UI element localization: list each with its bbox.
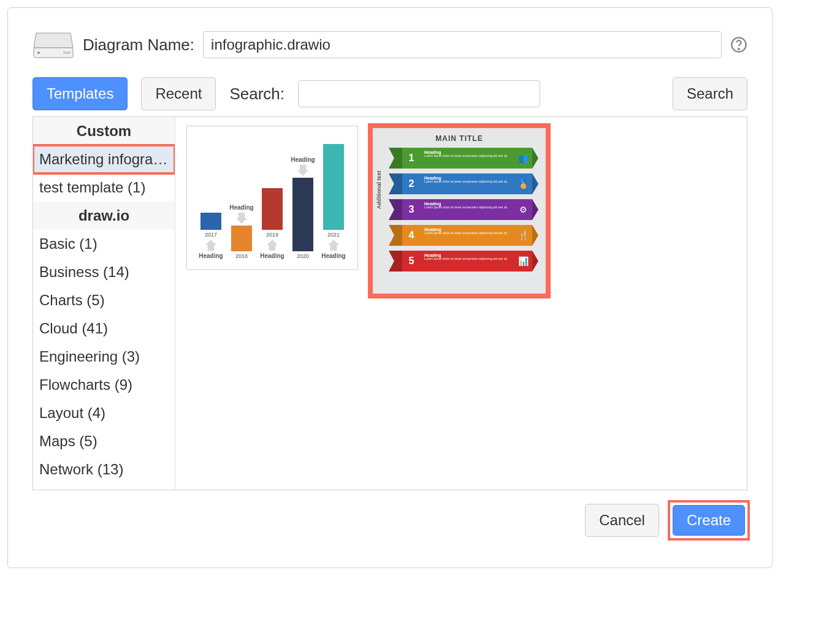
help-icon[interactable] (730, 36, 747, 53)
category-network[interactable]: Network (13) (33, 455, 175, 484)
search-label: Search: (229, 85, 284, 104)
svg-point-4 (738, 48, 739, 50)
tab-templates[interactable]: Templates (32, 77, 128, 110)
create-button[interactable]: Create (673, 505, 745, 536)
template-preview-area: 2017HeadingHeading20182019HeadingHeading… (175, 117, 747, 490)
svg-rect-2 (63, 51, 71, 54)
category-flowcharts[interactable]: Flowcharts (9) (33, 371, 175, 399)
svg-point-1 (37, 51, 40, 54)
category-header-custom: Custom (33, 117, 175, 145)
cancel-button[interactable]: Cancel (585, 504, 659, 537)
footer-row: Cancel Create (32, 503, 747, 538)
create-button-highlight: Create (670, 503, 747, 538)
template-thumbnail-banners[interactable]: MAIN TITLE Additional text 1HeadingLorem… (370, 126, 548, 296)
category-cloud[interactable]: Cloud (41) (33, 314, 175, 343)
category-test-template[interactable]: test template (1) (33, 173, 175, 202)
category-business[interactable]: Business (14) (33, 258, 175, 286)
new-diagram-dialog: Diagram Name: Templates Recent Search: S… (7, 7, 773, 568)
main-panel: Custom Marketing infographics test templ… (32, 116, 747, 490)
category-marketing-info[interactable]: Marketing infographics (33, 145, 175, 173)
category-layout[interactable]: Layout (4) (33, 399, 175, 427)
header-row: Diagram Name: (32, 29, 747, 60)
category-engineering[interactable]: Engineering (3) (33, 343, 175, 371)
template-thumbnail-chart[interactable]: 2017HeadingHeading20182019HeadingHeading… (186, 126, 358, 270)
category-maps[interactable]: Maps (5) (33, 427, 175, 455)
category-charts[interactable]: Charts (5) (33, 286, 175, 314)
search-input[interactable] (298, 80, 540, 107)
category-basic[interactable]: Basic (1) (33, 230, 175, 258)
banners-side-text: Additional text (376, 171, 382, 210)
category-header-drawio: draw.io (33, 202, 175, 230)
drive-icon (32, 29, 74, 60)
banners-main-title: MAIN TITLE (380, 134, 538, 143)
tabs-row: Templates Recent Search: Search (32, 77, 747, 110)
diagram-name-input[interactable] (203, 31, 722, 58)
diagram-name-label: Diagram Name: (83, 36, 194, 55)
template-category-sidebar[interactable]: Custom Marketing infographics test templ… (33, 117, 175, 490)
search-button[interactable]: Search (673, 77, 747, 110)
tab-recent[interactable]: Recent (141, 77, 216, 110)
